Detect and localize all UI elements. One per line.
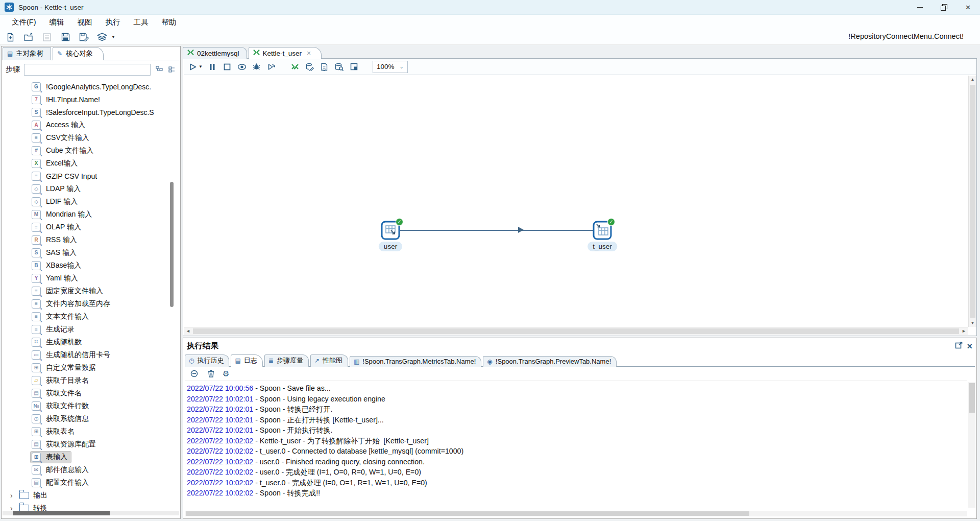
hop-connection[interactable]	[400, 230, 593, 231]
transformation-canvas[interactable]: ✓ user ✓ t_user	[184, 76, 968, 327]
step-item[interactable]: ◇LDAP 输入	[2, 182, 180, 195]
scrollbar-thumb[interactable]	[13, 511, 110, 515]
tab-core-objects[interactable]: ✎ 核心对象	[53, 47, 104, 60]
preview-eye-icon[interactable]	[237, 62, 247, 72]
menu-item[interactable]: 工具	[127, 16, 155, 29]
get-sql-icon[interactable]	[320, 62, 330, 72]
step-item[interactable]: ◇LDIF 输入	[2, 195, 180, 208]
step-item[interactable]: ▭生成随机的信用卡号	[2, 348, 180, 361]
results-tab[interactable]: ▤日志	[231, 354, 262, 367]
step-item[interactable]: ▱获取子目录名	[2, 374, 180, 387]
verify-transformation-icon[interactable]	[290, 62, 300, 72]
step-item[interactable]: ▤获取资源库配置	[2, 438, 180, 451]
step-label-user[interactable]: user	[379, 242, 402, 251]
step-item[interactable]: ⊞自定义常量数据	[2, 361, 180, 374]
zoom-select[interactable]: 100% ⌄	[373, 61, 408, 73]
menu-item[interactable]: 编辑	[43, 16, 71, 29]
step-item[interactable]: ⊞获取表名	[2, 425, 180, 438]
results-tab[interactable]: ▥!Spoon.TransGraph.MetricsTab.Name!	[350, 356, 481, 367]
step-item[interactable]: XExcel输入	[2, 157, 180, 170]
step-item[interactable]: ▤获取文件名	[2, 387, 180, 399]
canvas-horizontal-scrollbar[interactable]: ◄ ►	[184, 327, 968, 335]
toggle-results-pane-icon[interactable]	[349, 62, 359, 72]
step-item[interactable]: ∷生成随机数	[2, 336, 180, 348]
step-item[interactable]: BXBase输入	[2, 259, 180, 272]
step-item[interactable]: SSAS 输入	[2, 246, 180, 259]
step-label-t-user[interactable]: t_user	[587, 242, 617, 251]
repository-connect-button[interactable]: !RepositoryConnectMenu.Connect!	[848, 32, 964, 40]
close-tab-icon[interactable]: ×	[307, 49, 311, 57]
scroll-up-icon[interactable]: ▲	[969, 77, 976, 82]
tab-kettle-t-user[interactable]: Kettle-t_user ×	[249, 47, 322, 59]
restore-button[interactable]	[932, 0, 956, 15]
chevron-right-icon[interactable]: ›	[10, 492, 15, 499]
pause-icon[interactable]	[207, 62, 217, 72]
category-folder[interactable]: ›输出	[2, 489, 180, 502]
impact-analysis-icon[interactable]	[305, 62, 315, 72]
step-item[interactable]: ≡文本文件输入	[2, 310, 180, 323]
sidebar-vertical-scrollbar[interactable]	[170, 182, 174, 307]
step-item[interactable]: ≡CSV文件输入	[2, 131, 180, 144]
new-file-icon[interactable]	[5, 32, 15, 42]
step-search-input[interactable]	[24, 64, 151, 76]
minimize-button[interactable]	[908, 0, 932, 15]
sidebar-horizontal-scrollbar[interactable]	[3, 511, 179, 515]
close-button[interactable]: ×	[956, 0, 980, 15]
step-item[interactable]: ≡OLAP 输入	[2, 221, 180, 233]
scroll-right-icon[interactable]: ►	[962, 328, 966, 335]
explore-database-icon[interactable]	[334, 62, 345, 72]
step-item[interactable]: №获取文件行数	[2, 399, 180, 412]
debug-icon[interactable]	[252, 62, 262, 72]
stop-icon[interactable]	[222, 62, 232, 72]
results-tab[interactable]: ↗性能图	[310, 354, 348, 367]
menu-item[interactable]: 文件(F)	[5, 16, 43, 29]
open-file-icon[interactable]	[23, 32, 34, 42]
perspective-dropdown-icon[interactable]: ▼	[111, 35, 115, 39]
step-item[interactable]: G!GoogleAnalytics.TypeLongDesc.	[2, 80, 180, 93]
step-item[interactable]: ≡文件内容加载至内存	[2, 297, 180, 310]
step-item[interactable]: AAccess 输入	[2, 119, 180, 131]
scrollbar-thumb[interactable]	[186, 511, 749, 516]
tab-main-object-tree[interactable]: ▤ 主对象树	[3, 47, 51, 60]
step-item[interactable]: YYaml 输入	[2, 272, 180, 285]
step-item[interactable]: #Cube 文件输入	[2, 144, 180, 157]
scroll-down-icon[interactable]: ▼	[969, 321, 976, 325]
clear-log-icon[interactable]	[189, 368, 199, 378]
step-item[interactable]: ≡生成记录	[2, 323, 180, 336]
scrollbar-thumb[interactable]	[970, 85, 975, 318]
run-icon[interactable]	[188, 62, 198, 72]
log-horizontal-scrollbar[interactable]	[185, 511, 967, 516]
save-icon[interactable]	[60, 32, 70, 42]
step-item[interactable]: ▤配置文件输入	[2, 476, 180, 489]
log-vertical-scrollbar[interactable]	[968, 382, 975, 508]
step-item[interactable]: RRSS 输入	[2, 233, 180, 246]
expand-all-icon[interactable]	[155, 65, 163, 74]
perspective-layers-icon[interactable]	[97, 32, 107, 42]
close-panel-icon[interactable]: ×	[967, 342, 972, 350]
scroll-left-icon[interactable]: ◄	[186, 328, 190, 335]
results-tab[interactable]: ≣步骤度量	[264, 354, 309, 367]
replay-icon[interactable]	[266, 62, 277, 72]
scrollbar-thumb[interactable]	[969, 383, 975, 413]
menu-item[interactable]: 帮助	[155, 16, 183, 29]
step-node-t-user[interactable]: ✓	[593, 221, 612, 240]
scrollbar-thumb[interactable]	[193, 328, 959, 334]
results-tab[interactable]: ◉!Spoon.TransGraph.PreviewTab.Name!	[483, 356, 617, 367]
collapse-all-icon[interactable]	[167, 65, 176, 74]
step-item[interactable]: ≡固定宽度文件输入	[2, 285, 180, 297]
tab-02kettlemysql[interactable]: 02kettlemysql	[183, 47, 247, 59]
results-tab[interactable]: ◷执行历史	[185, 354, 229, 367]
canvas-vertical-scrollbar[interactable]: ▲ ▼	[968, 76, 976, 327]
step-item[interactable]: ⊞表输入	[2, 451, 180, 463]
step-item[interactable]: ≡GZIP CSV Input	[2, 170, 180, 182]
log-settings-gear-icon[interactable]: ⚙	[223, 370, 229, 377]
trash-icon[interactable]	[206, 368, 216, 378]
save-as-icon[interactable]	[79, 32, 89, 42]
explore-repository-icon[interactable]	[42, 32, 52, 42]
menu-item[interactable]: 视图	[71, 16, 99, 29]
step-node-user[interactable]: ✓	[381, 221, 400, 240]
step-item[interactable]: S!SalesforceInput.TypeLongDesc.S	[2, 106, 180, 119]
menu-item[interactable]: 执行	[99, 16, 127, 29]
open-in-new-window-icon[interactable]	[955, 341, 963, 351]
step-item[interactable]: MMondrian 输入	[2, 208, 180, 221]
